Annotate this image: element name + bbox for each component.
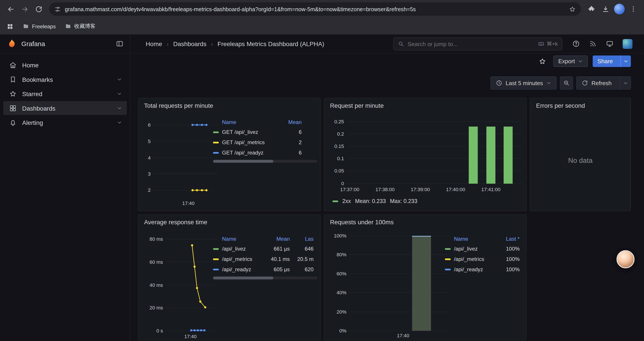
panel-errors-per-second: Errors per second No data (530, 98, 631, 211)
legend-header-last[interactable]: Last * (498, 236, 520, 242)
back-button[interactable] (4, 3, 17, 16)
legend-table: Name Mean Las /api/_livez 661 µs 646 (213, 234, 318, 279)
series-name[interactable]: /api/_readyz (222, 266, 266, 272)
export-button[interactable]: Export (553, 56, 588, 67)
panel-title[interactable]: Errors per second (536, 102, 585, 109)
bookmark-folder-freeleaps[interactable]: Freeleaps (22, 23, 56, 30)
extensions-button[interactable] (585, 3, 598, 16)
site-info-icon[interactable] (54, 6, 61, 13)
series-mean-stat: Mean: 0.233 (355, 198, 386, 204)
downloads-button[interactable] (599, 3, 612, 16)
chevron-down-icon[interactable] (117, 77, 122, 82)
share-menu-caret[interactable] (620, 56, 631, 67)
dock-sidebar-icon[interactable] (116, 40, 124, 48)
zoom-out-button[interactable] (560, 76, 573, 90)
panel-title[interactable]: Request per minute (330, 102, 384, 109)
reload-button[interactable] (32, 3, 45, 16)
x-tick: 17:37:00 (340, 187, 359, 192)
sidebar-item-alerting[interactable]: Alerting (3, 115, 127, 129)
url-bar[interactable]: grafana.mathmast.com/d/deytv4rwavabkb/fr… (49, 3, 581, 16)
apps-grid-icon[interactable] (6, 23, 14, 30)
user-avatar[interactable] (623, 39, 632, 49)
download-icon (602, 5, 609, 13)
series-name[interactable]: /api/_metrics (454, 256, 498, 262)
bookmark-star-icon[interactable] (569, 6, 576, 13)
refresh-button[interactable]: Refresh (576, 76, 631, 90)
news-rss-icon[interactable] (589, 40, 597, 48)
monitor-icon[interactable] (606, 40, 614, 48)
search-box[interactable]: ⌘+k (393, 37, 562, 50)
search-input[interactable] (408, 40, 534, 47)
refresh-main[interactable]: Refresh (577, 77, 616, 89)
legend-header-name[interactable]: Name (213, 119, 279, 125)
series-name[interactable]: /api/_readyz (454, 266, 498, 272)
breadcrumb-home[interactable]: Home (146, 40, 162, 47)
series-name[interactable]: /api/_livez (454, 246, 498, 252)
chevron-down-icon[interactable] (117, 106, 122, 110)
browser-menu-button[interactable] (627, 3, 640, 16)
panel-title[interactable]: Total requests per minute (144, 102, 213, 109)
sidebar-item-bookmarks[interactable]: Bookmarks (3, 72, 127, 87)
sidebar-nav: Home Bookmarks Starred (0, 53, 130, 134)
y-tick: 0.2 (337, 131, 344, 137)
legend-row: GET /api/_metrics 2 (213, 137, 302, 147)
y-tick: 80 ms (150, 236, 163, 242)
series-name[interactable]: GET /api/_readyz (222, 150, 278, 156)
sidebar-item-starred[interactable]: Starred (3, 87, 127, 101)
series-name[interactable]: GET /api/_livez (222, 129, 278, 135)
series-name[interactable]: GET /api/_metrics (222, 139, 278, 146)
brand-name: Grafana (21, 40, 112, 48)
legend-header-name[interactable]: Name (445, 236, 498, 242)
share-button-label[interactable]: Share (592, 56, 618, 67)
time-range-picker[interactable]: Last 5 minutes (490, 76, 556, 90)
legend-header-mean[interactable]: Mean (266, 236, 290, 242)
legend-scrollbar (213, 160, 318, 163)
home-icon (9, 61, 17, 69)
chevron-down-icon[interactable] (117, 91, 122, 96)
forward-button[interactable] (18, 3, 31, 16)
bookmark-folder-blogs[interactable]: 收藏博客 (65, 23, 96, 30)
panel-title[interactable]: Average response time (144, 219, 207, 226)
favorite-dashboard-button[interactable] (536, 55, 548, 67)
dashboards-grid-icon (9, 104, 17, 112)
legend-header-name[interactable]: Name (213, 236, 266, 242)
series-name[interactable]: /api/_livez (222, 246, 266, 252)
browser-profile-button[interactable] (613, 3, 626, 16)
floating-chat-avatar[interactable] (616, 250, 634, 268)
refresh-interval-caret[interactable] (620, 77, 630, 89)
breadcrumb-dashboards[interactable]: Dashboards (173, 40, 206, 47)
legend-header-mean[interactable]: Mean (278, 119, 302, 125)
series-color-chip (445, 258, 451, 260)
sidebar-header: Grafana (0, 35, 130, 53)
request-per-minute-chart[interactable]: 0.25 0.2 0.15 0.1 0.05 0 17:37:00 17:38:… (328, 118, 524, 206)
legend-row: GET /api/_livez 6 (213, 127, 302, 137)
share-button[interactable]: Share (592, 56, 631, 67)
requests-under-100ms-chart[interactable]: 100% 80% 60% 40% 20% 0% 17:40 (328, 231, 451, 340)
y-tick: 0 s (156, 328, 163, 333)
series-name[interactable]: /api/_metrics (222, 256, 266, 262)
average-response-time-chart[interactable]: 80 ms 60 ms 40 ms 20 ms 0 s 17:40 (142, 235, 219, 340)
panel-title[interactable]: Requests under 100ms (330, 219, 394, 226)
legend-header-last[interactable]: Las (290, 236, 314, 242)
grafana-logo[interactable] (6, 38, 17, 49)
grid-lines (166, 239, 217, 331)
series-last: 100% (498, 246, 520, 252)
help-icon[interactable] (572, 40, 580, 48)
x-tick: 17:40:00 (446, 187, 465, 192)
sidebar: Grafana Home Bookmarks (0, 35, 130, 340)
sidebar-item-dashboards[interactable]: Dashboards (3, 101, 127, 115)
scrollbar-thumb[interactable] (213, 160, 274, 163)
total-requests-chart[interactable]: 6 5 4 3 2 17:40 (142, 117, 219, 209)
grafana-app: Grafana Home Bookmarks (0, 35, 644, 340)
series-color-chip (213, 142, 219, 143)
bell-icon (9, 119, 17, 126)
y-tick: 6 (148, 122, 151, 128)
dashboard-grid: Total requests per minute 6 5 4 3 2 17:4… (130, 95, 644, 341)
sidebar-item-home[interactable]: Home (3, 58, 127, 72)
scrollbar-thumb[interactable] (213, 276, 274, 279)
series-name[interactable]: 2xx (342, 198, 351, 204)
sidebar-item-label: Starred (22, 90, 42, 97)
grid-lines (349, 236, 449, 331)
chevron-down-icon[interactable] (117, 120, 122, 125)
sidebar-item-label: Bookmarks (22, 76, 53, 83)
